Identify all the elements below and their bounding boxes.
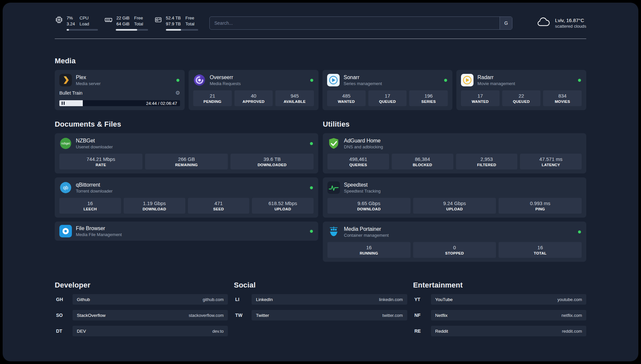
stat-queued: 17 QUEUED [368, 90, 407, 106]
weather-location: Lviv, 16.87°C [555, 17, 586, 23]
app-name: Overseerr [210, 75, 241, 80]
cpu-percent: 7% [67, 15, 75, 21]
app-card-plex[interactable]: Plex Media server Bullet Train ⚙ 24:44 /… [55, 70, 185, 110]
disk-free-label: Free [185, 15, 194, 21]
app-name: Media Portainer [344, 226, 389, 232]
nzbget-icon: nzbget [59, 137, 72, 150]
disk-total-label: Total [185, 21, 194, 27]
link-row: SO StackOverflow stackoverflow.com [55, 310, 228, 320]
cpu-sublabel: Load [79, 21, 89, 27]
section-title-media: Media [55, 57, 586, 65]
link-linkedin[interactable]: LinkedIn linkedin.com [252, 294, 407, 305]
links-column-developer: Developer GH Github github.com SO StackO… [55, 281, 228, 342]
status-dot [310, 142, 313, 145]
cpu-widget: 7% 3.24 CPU Load [55, 15, 98, 31]
link-row: YT YouTube youtube.com [413, 294, 586, 305]
app-card-speedtest[interactable]: Speedtest Speedtest Tracking 9.65 Gbps D… [323, 177, 586, 218]
status-dot [578, 79, 581, 82]
disk-icon [154, 15, 163, 25]
cpu-load-value: 3.24 [67, 21, 75, 27]
filebrowser-icon [59, 225, 72, 237]
stat-download: 9.65 Gbps DOWNLOAD [327, 198, 411, 214]
app-desc: Container management [344, 233, 389, 238]
app-card-adguard[interactable]: AdGuard Home DNS and adblocking 498,461 … [323, 133, 586, 173]
cpu-icon [55, 15, 63, 25]
app-name: File Browser [76, 226, 122, 231]
playback-time: 24:44 / 02:06:47 [146, 101, 177, 106]
cpu-label: CPU [79, 15, 89, 21]
stat-queries: 498,461 QUERIES [327, 154, 389, 169]
status-dot [310, 79, 313, 82]
pause-icon[interactable] [62, 102, 65, 105]
app-name: NZBGet [76, 138, 113, 144]
app-card-nzbget[interactable]: nzbget NZBGet Usenet downloader 74 [55, 133, 318, 173]
stat-queued: 22 QUEUED [502, 90, 541, 106]
top-bar: 7% 3.24 CPU Load [55, 15, 586, 31]
settings-gear-icon[interactable]: ⚙ [175, 90, 180, 96]
svg-text:nzbget: nzbget [61, 142, 70, 145]
app-card-qbittorrent[interactable]: qb qBittorrent Torrent downloader [55, 177, 318, 218]
section-title-entertainment: Entertainment [413, 281, 586, 289]
app-desc: Media File Management [76, 232, 122, 237]
ram-total-value: 64 GiB [116, 21, 130, 27]
playback-progress-bar[interactable]: 24:44 / 02:06:47 [59, 100, 180, 106]
stat-available: 945 AVAILABLE [275, 90, 314, 106]
app-card-overseerr[interactable]: Overseerr Media Requests 21 PENDING 40 A… [189, 70, 319, 110]
ram-total-label: Total [134, 21, 143, 27]
search-engine-button[interactable]: G [500, 17, 512, 29]
stat-movies: 834 MOVIES [543, 90, 582, 106]
app-card-filebrowser[interactable]: File Browser Media File Management [55, 222, 318, 241]
status-dot [310, 186, 313, 189]
weather-condition: scattered clouds [555, 24, 586, 29]
link-github[interactable]: Github github.com [73, 294, 228, 305]
status-dot [310, 230, 313, 233]
status-dot [578, 230, 581, 233]
search-input[interactable] [210, 20, 500, 26]
link-row: NF Netflix netflix.com [413, 310, 586, 320]
ram-widget: 22 GiB 64 GiB Free Total [104, 15, 148, 31]
disk-usage-bar [166, 29, 198, 31]
app-card-sonarr[interactable]: Sonarr Series management 485 WANTED 17 Q… [322, 70, 452, 110]
stat-latency: 47.571 ms LATENCY [520, 154, 582, 169]
stat-seed: 471 SEED [188, 198, 250, 214]
link-row: DT DEV dev.to [55, 326, 228, 336]
app-name: Plex [76, 75, 101, 80]
app-name: qBittorrent [76, 182, 112, 188]
speedtest-icon [327, 181, 340, 194]
app-desc: DNS and adblocking [344, 144, 383, 149]
stat-total: 16 TOTAL [499, 242, 582, 258]
stat-downloaded: 39.6 TB DOWNLOADED [230, 154, 314, 169]
link-twitter[interactable]: Twitter twitter.com [252, 310, 407, 320]
app-name: Speedtest [344, 182, 381, 188]
app-card-portainer[interactable]: Media Portainer Container management 16 … [323, 222, 586, 262]
ram-usage-bar [116, 29, 148, 31]
stat-leech: 16 LEECH [59, 198, 121, 214]
stat-wanted: 485 WANTED [327, 90, 366, 106]
twitter-icon: TW [234, 313, 252, 318]
link-stackoverflow[interactable]: StackOverflow stackoverflow.com [73, 310, 228, 320]
dev-icon: DT [55, 328, 73, 334]
dashboard-frame: 7% 3.24 CPU Load [3, 3, 638, 361]
overseerr-icon [193, 74, 206, 86]
link-row: GH Github github.com [55, 294, 228, 305]
stat-upload: 618.52 Mbps UPLOAD [252, 198, 314, 214]
link-dev[interactable]: DEV dev.to [73, 326, 228, 336]
github-icon: GH [55, 297, 73, 302]
adguard-icon [327, 137, 340, 150]
svg-text:qb: qb [63, 185, 68, 190]
linkedin-icon: LI [234, 297, 252, 302]
link-reddit[interactable]: Reddit reddit.com [431, 326, 586, 336]
stat-filtered: 2,953 FILTERED [456, 154, 518, 169]
stat-rate: 744.21 Mbps RATE [59, 154, 142, 169]
app-desc: Speedtest Tracking [344, 189, 381, 194]
media-card-grid: Plex Media server Bullet Train ⚙ 24:44 /… [55, 70, 586, 110]
ram-icon [104, 15, 113, 25]
sonarr-icon [327, 74, 340, 86]
section-title-social: Social [234, 281, 407, 289]
app-card-radarr[interactable]: Radarr Movie management 17 WANTED 22 QUE… [456, 70, 586, 110]
link-youtube[interactable]: YouTube youtube.com [431, 294, 586, 305]
stat-pending: 21 PENDING [193, 90, 232, 106]
disk-widget: 52.4 TB 97.9 TB Free Total [154, 15, 198, 31]
links-column-entertainment: Entertainment YT YouTube youtube.com NF … [413, 281, 586, 342]
link-netflix[interactable]: Netflix netflix.com [431, 310, 586, 320]
